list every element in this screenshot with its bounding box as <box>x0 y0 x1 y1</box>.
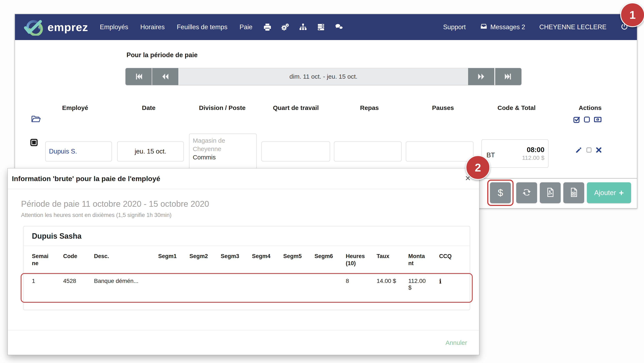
nav-item-horaires[interactable]: Horaires <box>140 23 165 31</box>
file-pdf-icon <box>546 187 555 198</box>
file-excel-icon <box>569 187 578 198</box>
gross-pay-modal: Information 'brute' pour la paie de l'em… <box>8 168 479 355</box>
row-actions <box>575 146 602 154</box>
modal-body: Période de paie 11 octobre 2020 - 15 oct… <box>8 189 479 310</box>
nav-menu: Employés Horaires Feuilles de temps Paie <box>100 23 252 31</box>
edit-pencil-icon[interactable] <box>575 146 582 154</box>
messages-link[interactable]: Messages 2 <box>480 23 525 32</box>
column-header-employe: Employé <box>38 104 112 111</box>
export-pdf-button[interactable] <box>540 182 561 203</box>
col-taux: Taux <box>376 253 408 267</box>
modal-footer: Annuler <box>8 330 479 355</box>
first-period-button[interactable] <box>126 68 152 85</box>
printer-icon[interactable] <box>263 23 272 31</box>
navbar-right: Support Messages 2 CHEYENNE LECLERE <box>443 23 628 32</box>
segm2-value <box>190 278 221 291</box>
check-square-icon[interactable] <box>573 116 580 124</box>
total-amount-value: 112.00 $ <box>522 155 544 161</box>
quart-de-travail-input[interactable] <box>261 141 330 161</box>
col-code: Code <box>63 253 94 267</box>
user-menu[interactable]: CHEYENNE LECLERE <box>540 23 606 31</box>
pay-table-header-row: Semaine Code Desc. Segm1 Segm2 Segm3 Seg… <box>32 253 462 267</box>
employee-pay-card: Dupuis Sasha Semaine Code Desc. Segm1 Se… <box>23 226 470 310</box>
period-selector: dim. 11 oct. - jeu. 15 oct. <box>126 68 522 85</box>
pauses-input[interactable] <box>406 141 474 161</box>
col-segm2: Segm2 <box>190 253 221 267</box>
poste-value: Commis <box>193 153 253 161</box>
nav-item-support[interactable]: Support <box>443 23 466 31</box>
export-excel-button[interactable] <box>563 182 584 203</box>
pay-row-highlighted[interactable]: 1 4528 Banque démén... 8 14.00 $ 112.00 … <box>21 273 473 303</box>
period-label: Pour la période de paie <box>126 51 198 59</box>
segm4-value <box>252 278 283 291</box>
svg-text:1: 1 <box>597 118 598 121</box>
server-icon[interactable] <box>316 23 325 31</box>
employee-name: Dupuis Sasha <box>32 232 462 240</box>
next-period-button[interactable] <box>468 68 495 85</box>
empty-square-icon[interactable] <box>584 116 590 124</box>
date-cell[interactable]: jeu. 15 oct. <box>117 141 184 161</box>
last-period-button[interactable] <box>495 68 522 85</box>
column-header-code-total: Code & Total <box>480 104 553 111</box>
sync-button[interactable] <box>516 182 537 203</box>
column-header-division-poste: Division / Poste <box>186 104 259 111</box>
column-header-repas: Repas <box>333 104 406 111</box>
annuler-link[interactable]: Annuler <box>446 339 467 346</box>
emprez-logo-icon <box>24 18 46 37</box>
col-desc: Desc. <box>94 253 158 267</box>
info-icon[interactable]: i <box>439 278 442 285</box>
taux-value: 14.00 $ <box>376 278 408 291</box>
brand-name: emprez <box>48 21 88 34</box>
column-header-date: Date <box>112 104 186 111</box>
period-range-display: dim. 11 oct. - jeu. 15 oct. <box>179 68 468 85</box>
col-segm5: Segm5 <box>283 253 314 267</box>
segm1-value <box>158 278 190 291</box>
employee-cell[interactable]: Dupuis S. <box>45 141 112 161</box>
comments-icon[interactable] <box>334 23 344 31</box>
caret-square-down-icon[interactable] <box>30 138 38 148</box>
bulk-actions: 1 <box>573 116 602 124</box>
employee-link[interactable]: Dupuis S. <box>49 148 77 155</box>
money-bill-icon[interactable]: 1 <box>594 116 602 124</box>
division-poste-cell[interactable]: Magasin de Cheyenne Commis <box>189 134 257 171</box>
col-segm3: Segm3 <box>221 253 252 267</box>
gears-icon[interactable] <box>281 23 290 31</box>
card-divider <box>24 246 470 246</box>
nav-item-paie[interactable]: Paie <box>240 23 252 31</box>
messages-label: Messages 2 <box>490 23 525 31</box>
hours-note: Attention les heures sont en dixièmes (1… <box>21 212 466 218</box>
segm3-value <box>221 278 252 291</box>
folder-open-icon[interactable] <box>31 115 41 124</box>
col-heures: Heures (10) <box>346 253 376 267</box>
delete-x-icon[interactable] <box>596 147 602 154</box>
brand-logo[interactable]: emprez <box>24 18 88 37</box>
modal-header: Information 'brute' pour la paie de l'em… <box>8 168 479 189</box>
dollar-button-highlight: $ <box>487 180 514 206</box>
toolbar: $ <box>490 182 631 203</box>
dollar-button[interactable]: $ <box>490 182 511 203</box>
navbar: emprez Employés Horaires Feuilles de tem… <box>15 14 637 40</box>
code-value: BT <box>486 151 495 159</box>
ajouter-label: Ajouter <box>594 189 616 197</box>
row-checkbox-icon[interactable] <box>586 147 592 154</box>
col-segm6: Segm6 <box>314 253 346 267</box>
heures-value: 8 <box>346 278 376 291</box>
nav-icon-group <box>263 23 344 31</box>
sitemap-icon[interactable] <box>299 23 308 31</box>
timesheet-header-row: Employé Date Division / Poste Quart de t… <box>38 104 627 111</box>
pay-period-heading: Période de paie 11 octobre 2020 - 15 oct… <box>21 199 466 209</box>
code-total-cell[interactable]: BT 08:00 112.00 $ <box>482 139 548 168</box>
column-header-quart: Quart de travail <box>259 104 333 111</box>
nav-item-employes[interactable]: Employés <box>100 23 128 31</box>
column-header-pauses: Pauses <box>406 104 480 111</box>
montant-value: 112.00 $ <box>408 278 439 291</box>
modal-title: Information 'brute' pour la paie de l'em… <box>12 175 160 183</box>
sync-icon <box>522 187 532 198</box>
nav-item-feuilles-de-temps[interactable]: Feuilles de temps <box>177 23 228 31</box>
annotation-step-2: 2 <box>466 155 490 180</box>
repas-input[interactable] <box>334 141 402 161</box>
ajouter-button[interactable]: Ajouter + <box>587 182 631 203</box>
date-value: jeu. 15 oct. <box>135 148 166 155</box>
column-header-actions: Actions <box>553 104 627 111</box>
prev-period-button[interactable] <box>152 68 179 85</box>
